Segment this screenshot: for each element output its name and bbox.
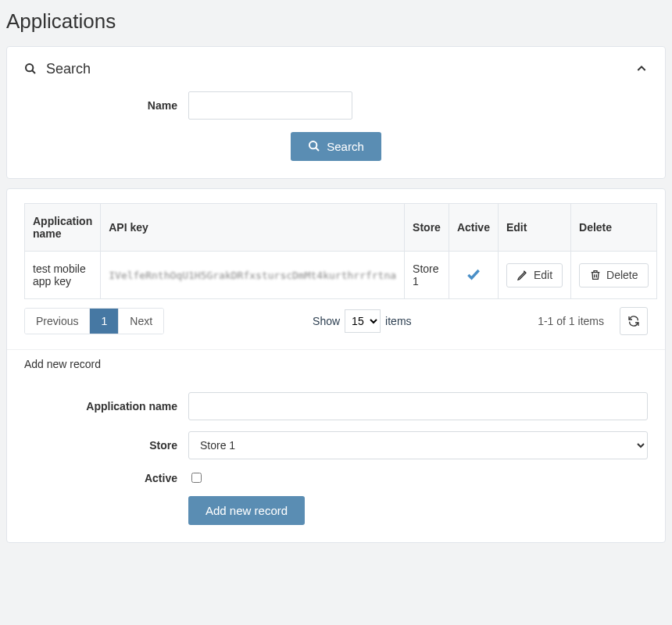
cell-app-name: test mobile app key xyxy=(25,252,101,299)
add-record-button-label: Add new record xyxy=(206,504,288,517)
add-active-checkbox[interactable] xyxy=(191,473,202,483)
pager: Previous 1 Next xyxy=(24,308,164,334)
add-record-heading: Add new record xyxy=(7,349,665,378)
svg-point-2 xyxy=(309,141,316,148)
table-row: test mobile app key IVelfeRnthOqU1H5Grak… xyxy=(25,252,657,299)
col-app-name[interactable]: Application name xyxy=(25,204,101,252)
svg-line-1 xyxy=(32,70,35,73)
count-text: 1-1 of 1 items xyxy=(538,315,604,327)
search-icon xyxy=(24,61,37,77)
cell-api-key: IVelfeRnthOqU1H5GrakDRfxsturscDmMt4kurth… xyxy=(101,252,405,299)
trash-icon xyxy=(589,269,602,282)
edit-button[interactable]: Edit xyxy=(506,263,563,288)
search-panel: Search Name Search xyxy=(6,46,666,179)
add-active-label: Active xyxy=(24,472,188,484)
search-icon xyxy=(308,140,320,153)
col-api-key[interactable]: API key xyxy=(101,204,405,252)
cell-active xyxy=(449,252,498,299)
show-label: Show xyxy=(313,315,340,327)
pencil-icon xyxy=(517,269,529,282)
pager-previous[interactable]: Previous xyxy=(25,309,89,334)
pager-page-1[interactable]: 1 xyxy=(89,309,118,334)
add-store-select[interactable]: Store 1 xyxy=(188,431,648,459)
svg-point-0 xyxy=(26,64,33,71)
applications-table: Application name API key Store Active Ed… xyxy=(24,203,657,299)
refresh-button[interactable] xyxy=(620,307,648,335)
col-edit: Edit xyxy=(498,204,570,252)
page-title: Applications xyxy=(6,9,666,34)
refresh-icon xyxy=(627,315,640,328)
cell-edit: Edit xyxy=(498,252,570,299)
table-header-row: Application name API key Store Active Ed… xyxy=(25,204,657,252)
add-app-name-input[interactable] xyxy=(188,392,648,420)
add-record-button[interactable]: Add new record xyxy=(188,496,305,525)
cell-store: Store 1 xyxy=(405,252,449,299)
pager-next[interactable]: Next xyxy=(118,309,163,334)
cell-delete: Delete xyxy=(571,252,656,299)
edit-button-label: Edit xyxy=(534,269,552,281)
search-name-input[interactable] xyxy=(188,91,352,120)
search-button[interactable]: Search xyxy=(291,132,381,161)
data-panel: Application name API key Store Active Ed… xyxy=(6,188,666,543)
delete-button-label: Delete xyxy=(606,269,638,281)
page-size-select[interactable]: 15 xyxy=(345,309,381,333)
add-store-label: Store xyxy=(24,439,188,452)
col-active[interactable]: Active xyxy=(449,204,498,252)
search-panel-title: Search xyxy=(46,61,91,77)
check-icon xyxy=(466,272,481,284)
page-size-group: Show 15 items xyxy=(313,309,411,333)
add-app-name-label: Application name xyxy=(24,400,188,412)
search-name-label: Name xyxy=(24,99,188,112)
col-delete: Delete xyxy=(571,204,656,252)
svg-line-3 xyxy=(316,148,319,151)
add-record-form: Application name Store Store 1 Active Ad… xyxy=(24,378,648,542)
items-label: items xyxy=(385,315,411,327)
collapse-panel-toggle[interactable] xyxy=(635,62,648,76)
search-panel-header: Search xyxy=(24,61,648,77)
delete-button[interactable]: Delete xyxy=(579,263,648,288)
table-footer: Previous 1 Next Show 15 items 1-1 of 1 i… xyxy=(24,299,648,349)
search-button-label: Search xyxy=(327,140,364,153)
col-store[interactable]: Store xyxy=(405,204,449,252)
